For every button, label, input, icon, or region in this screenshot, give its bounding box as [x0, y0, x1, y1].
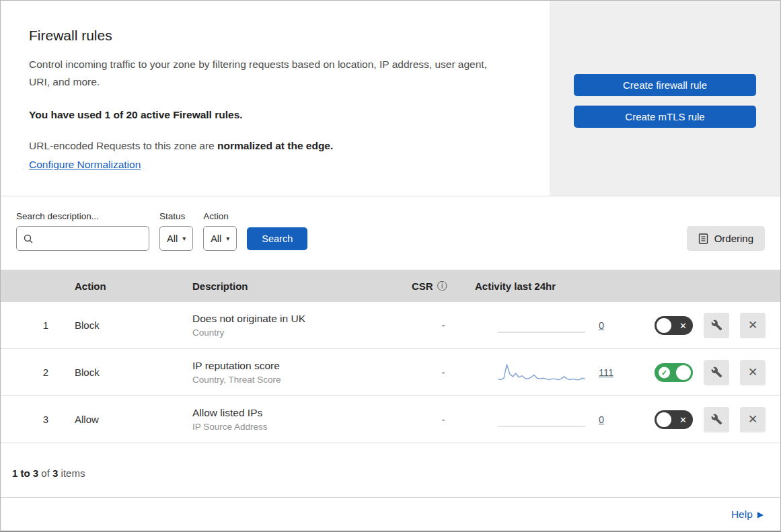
delete-rule-button[interactable]: ✕: [740, 360, 766, 385]
rule-action: Allow: [75, 414, 192, 425]
page-description: Control incoming traffic to your zone by…: [29, 56, 503, 90]
close-icon: ✕: [748, 367, 757, 378]
rule-enabled-toggle[interactable]: ✓ ✕: [655, 363, 693, 382]
range-text: 1 to 3: [12, 467, 38, 479]
rule-activity: 0: [475, 409, 643, 430]
ordering-list-icon: [698, 233, 708, 244]
filter-group: Search description... Status All ▾ Actio…: [16, 211, 307, 251]
rule-number: 3: [1, 414, 75, 425]
header-section: Firewall rules Control incoming traffic …: [1, 1, 780, 196]
search-input[interactable]: [38, 233, 143, 244]
edit-rule-button[interactable]: [704, 407, 729, 432]
wrench-icon: [711, 414, 722, 425]
table-row: 2 Block IP reputation score Country, Thr…: [1, 349, 780, 396]
wrench-icon: [711, 319, 722, 331]
chevron-down-icon: ▾: [226, 235, 229, 242]
col-action: Action: [75, 280, 192, 292]
activity-count-link[interactable]: 111: [599, 367, 613, 378]
rule-action: Block: [75, 367, 192, 378]
x-icon: ✕: [679, 415, 687, 424]
rule-controls: ✓ ✕ ✕: [643, 313, 780, 338]
status-filter: Status All ▾: [159, 211, 193, 251]
rule-number: 1: [1, 319, 75, 331]
create-mtls-rule-button[interactable]: Create mTLS rule: [574, 106, 756, 128]
search-icon: [23, 233, 34, 244]
rule-activity: 111: [475, 362, 643, 383]
rule-description: Allow listed IPs IP Source Address: [192, 407, 412, 432]
rule-description: Does not originate in UK Country: [192, 313, 412, 338]
action-filter: Action All ▾: [203, 211, 237, 251]
help-link[interactable]: Help ▶: [731, 508, 764, 521]
rule-description-text: Allow listed IPs: [192, 407, 412, 419]
rule-criteria: Country: [192, 328, 412, 338]
rule-csr-value: -: [412, 367, 475, 378]
help-bar: Help ▶: [1, 497, 780, 531]
rule-description-text: IP reputation score: [192, 360, 412, 372]
rule-description: IP reputation score Country, Threat Scor…: [192, 360, 412, 385]
page-title: Firewall rules: [29, 28, 516, 44]
info-icon[interactable]: ⓘ: [437, 280, 447, 293]
of-text: of: [41, 467, 50, 479]
edit-rule-button[interactable]: [704, 360, 729, 385]
table-header: Action Description CSR ⓘ Activity last 2…: [1, 270, 780, 302]
normalization-text: URL-encoded Requests to this zone are: [29, 140, 217, 151]
create-firewall-rule-button[interactable]: Create firewall rule: [574, 74, 756, 96]
toggle-knob: [657, 318, 671, 333]
col-description: Description: [192, 280, 412, 292]
activity-count-link[interactable]: 0: [599, 414, 604, 425]
activity-count-link[interactable]: 0: [599, 320, 604, 331]
ordering-button[interactable]: Ordering: [687, 226, 765, 251]
ordering-label: Ordering: [714, 233, 753, 244]
total-text: 3: [52, 467, 58, 479]
table-row: 1 Block Does not originate in UK Country…: [1, 302, 780, 349]
rule-controls: ✓ ✕ ✕: [643, 407, 780, 432]
status-select[interactable]: All ▾: [159, 226, 193, 251]
x-icon: ✕: [679, 321, 687, 330]
close-icon: ✕: [748, 414, 757, 425]
search-box[interactable]: [16, 226, 149, 251]
usage-summary: You have used 1 of 20 active Firewall ru…: [29, 109, 516, 121]
wrench-icon: [711, 367, 722, 378]
intro: Firewall rules Control incoming traffic …: [1, 1, 550, 196]
action-label: Action: [203, 211, 237, 221]
activity-sparkline: [498, 409, 585, 430]
action-select[interactable]: All ▾: [203, 226, 237, 251]
search-label: Search description...: [16, 211, 149, 221]
close-icon: ✕: [748, 319, 757, 331]
actions-panel: Create firewall rule Create mTLS rule: [550, 1, 780, 196]
rule-enabled-toggle[interactable]: ✓ ✕: [655, 410, 693, 429]
rule-criteria: IP Source Address: [192, 422, 412, 432]
help-label: Help: [731, 508, 753, 521]
rule-number: 2: [1, 367, 75, 378]
col-csr: CSR ⓘ: [412, 280, 475, 293]
toggle-knob: [676, 365, 691, 380]
items-text: items: [61, 467, 85, 479]
toggle-knob: [657, 412, 671, 427]
pagination-summary: 1 to 3 of 3 items: [1, 443, 780, 494]
filter-bar: Search description... Status All ▾ Actio…: [1, 196, 780, 270]
check-icon: ✓: [659, 367, 670, 378]
rule-criteria: Country, Threat Score: [192, 375, 412, 385]
table-row: 3 Allow Allow listed IPs IP Source Addre…: [1, 396, 780, 443]
configure-normalization-link[interactable]: Configure Normalization: [29, 159, 141, 171]
rule-csr-value: -: [412, 319, 475, 331]
status-label: Status: [159, 211, 193, 221]
rule-action: Block: [75, 319, 192, 331]
activity-sparkline: [498, 362, 585, 383]
normalization-note: URL-encoded Requests to this zone are no…: [29, 140, 516, 152]
edit-rule-button[interactable]: [704, 313, 729, 338]
status-selected-value: All: [167, 233, 178, 244]
activity-sparkline: [498, 315, 585, 336]
arrow-right-icon: ▶: [757, 510, 764, 519]
action-selected-value: All: [211, 233, 221, 244]
rule-enabled-toggle[interactable]: ✓ ✕: [655, 316, 693, 335]
rule-activity: 0: [475, 315, 643, 336]
delete-rule-button[interactable]: ✕: [740, 407, 766, 432]
search-field: Search description...: [16, 211, 149, 251]
search-button[interactable]: Search: [247, 227, 307, 250]
firewall-rules-panel: Firewall rules Control incoming traffic …: [0, 0, 781, 532]
rule-description-text: Does not originate in UK: [192, 313, 412, 325]
chevron-down-icon: ▾: [182, 235, 186, 242]
col-activity: Activity last 24hr: [475, 280, 643, 292]
delete-rule-button[interactable]: ✕: [740, 313, 766, 338]
